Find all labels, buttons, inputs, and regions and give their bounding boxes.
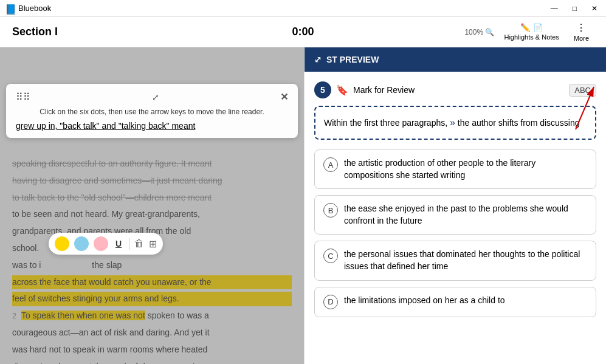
right-panel: ⤢ ST PREVIEW 5 🔖 Mark for Review ABC Wit… [304, 47, 606, 364]
expand-icon[interactable]: ⤢ [152, 92, 159, 102]
line-reader-overlay: ⠿⠿ ⤢ ✕ Click on the six dots, then use t… [6, 84, 298, 138]
choice-text-d: the limitations imposed on her as a chil… [344, 295, 505, 307]
window-controls: — □ ✕ [547, 3, 601, 14]
toolbar-divider [129, 238, 129, 250]
line-reader-hint: Click on the six dots, then use the arro… [16, 108, 288, 116]
choice-letter-a: A [323, 157, 338, 172]
left-panel: ⠿⠿ ⤢ ✕ Click on the six dots, then use t… [0, 47, 304, 364]
header-expand-icon[interactable]: ⤢ [314, 55, 322, 64]
more-label: More [574, 35, 589, 42]
question-area: 5 🔖 Mark for Review ABC Within the first… [305, 72, 606, 333]
top-bar-right: 100% 🔍 ✏️ 📄 Highlights & Notes ⋮ More [464, 19, 594, 44]
timer: 0:00 [292, 26, 314, 38]
line-reader-toolbar: ⠿⠿ ⤢ ✕ [16, 91, 288, 103]
highlights-notes-label: Highlights & Notes [504, 33, 559, 41]
app-title: Bluebook [18, 4, 51, 13]
pencil-icon: ✏️ [520, 23, 531, 32]
notes-icon: 📄 [533, 23, 543, 32]
zoom-level: 100% 🔍 [464, 28, 494, 36]
question-header-bar: ⤢ ST PREVIEW [305, 47, 606, 72]
section-title: Section I [12, 26, 58, 38]
title-bar: 📘 Bluebook — □ ✕ [0, 0, 606, 17]
more-dots-icon: ⋮ [576, 22, 586, 33]
choice-letter-c: C [323, 249, 338, 263]
choice-letter-b: B [323, 203, 338, 218]
close-button[interactable]: ✕ [588, 3, 601, 14]
question-number: 5 [314, 81, 331, 98]
answer-choice-d[interactable]: D the limitations imposed on her as a ch… [314, 287, 596, 317]
question-text: Within the first three paragraphs, » the… [324, 118, 580, 128]
underline-button[interactable]: U [113, 238, 124, 250]
add-note-button[interactable]: ⊞ [149, 238, 157, 250]
abc-badge: ABC [569, 84, 596, 97]
mark-review-label: Mark for Review [353, 85, 569, 95]
answer-choice-b[interactable]: B the ease she enjoyed in the past to th… [314, 195, 596, 235]
answer-choice-c[interactable]: C the personal issues that dominated her… [314, 241, 596, 280]
highlight-toolbar: U 🗑 ⊞ [49, 233, 163, 255]
question-box: Within the first three paragraphs, » the… [314, 106, 596, 140]
answer-choice-a[interactable]: A the artistic production of other peopl… [314, 149, 596, 189]
question-header-label: ST PREVIEW [326, 55, 379, 64]
highlight-icons: ✏️ 📄 [520, 23, 543, 32]
line-reader-close-icon[interactable]: ✕ [280, 91, 288, 103]
double-chevron-icon: » [450, 117, 455, 128]
minimize-button[interactable]: — [547, 3, 562, 14]
blue-highlight-button[interactable] [74, 236, 89, 251]
top-bar: Section I 0:00 100% 🔍 ✏️ 📄 Highlights & … [0, 17, 606, 47]
delete-highlight-button[interactable]: 🗑 [134, 238, 144, 249]
question-number-row: 5 🔖 Mark for Review ABC [314, 81, 596, 98]
drag-handle-icon[interactable]: ⠿⠿ [16, 91, 30, 103]
line-reader-text: grew up in, "back talk" and "talking bac… [16, 121, 288, 131]
bookmark-icon[interactable]: 🔖 [336, 84, 348, 96]
yellow-highlight-button[interactable] [55, 236, 69, 251]
choice-text-b: the ease she enjoyed in the past to the … [344, 203, 587, 227]
highlights-notes-button[interactable]: ✏️ 📄 Highlights & Notes [499, 21, 564, 43]
maximize-button[interactable]: □ [569, 3, 580, 14]
choice-letter-d: D [323, 295, 338, 309]
pink-highlight-button[interactable] [94, 236, 108, 251]
choice-text-a: the artistic production of other people … [344, 157, 587, 181]
main-content: ⠿⠿ ⤢ ✕ Click on the six dots, then use t… [0, 47, 606, 364]
app-icon: 📘 [5, 4, 15, 13]
more-button[interactable]: ⋮ More [569, 19, 594, 44]
choice-text-c: the personal issues that dominated her t… [344, 249, 587, 272]
